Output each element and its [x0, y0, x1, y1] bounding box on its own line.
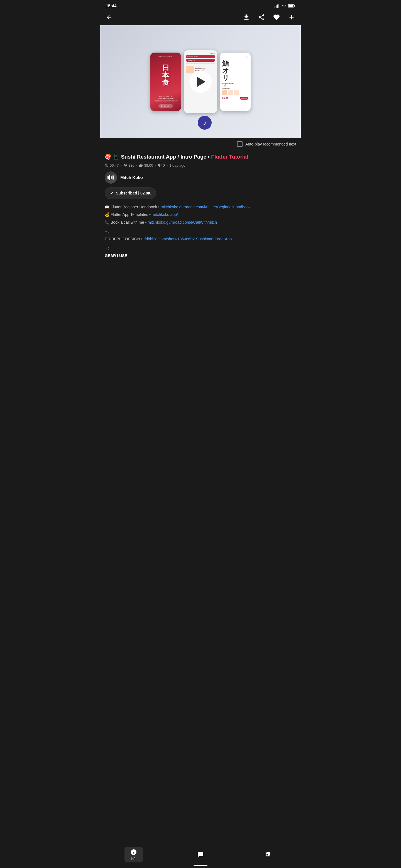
duration-value: 06:47: [110, 163, 119, 167]
phone-right-product: Original Sushi: [222, 83, 249, 85]
svg-rect-7: [109, 175, 110, 180]
svg-rect-9: [113, 175, 114, 180]
chapters-icon: [264, 851, 271, 858]
phone-left-tagline: THE TASTE OF JAPANESE FOOD: [154, 96, 178, 99]
desc-line1: 📖 Flutter Beginner Handbook • mitchkoko.…: [105, 204, 296, 211]
channel-info: Mitch Koko: [105, 172, 296, 184]
info-icon: [130, 848, 137, 856]
back-button[interactable]: [105, 13, 114, 22]
title-main: Sushi Restaurant App / Intro Page •: [121, 154, 211, 160]
desc-line3: 📞 Book a call with me • mitchkoko.gumroa…: [105, 219, 296, 226]
thumbs-up-icon: [139, 163, 143, 167]
bottom-nav-comments[interactable]: [191, 849, 210, 860]
home-indicator: [194, 865, 207, 866]
dribbble-separator: •: [141, 237, 144, 241]
callwith-link[interactable]: mitchkoko.gumroad.com/l/CallWithMitch: [148, 220, 217, 224]
signal-icon: [275, 4, 280, 8]
bottom-nav-chapters[interactable]: [258, 849, 277, 860]
share-button[interactable]: [257, 12, 266, 22]
status-icons: [275, 4, 295, 8]
svg-rect-1: [276, 5, 277, 8]
phone-right: ♡ 鮨オリ Original Sushi ★ 4.8 Ingredients $…: [220, 53, 251, 111]
video-container[interactable]: SUSHIMAN 日本食 THE TASTE OF JAPANESE FOOD …: [100, 25, 301, 138]
video-info: 🍣 📱 Sushi Restaurant App / Intro Page • …: [100, 150, 301, 264]
channel-logo-icon: [107, 174, 115, 181]
separator1: ~ ;: [105, 229, 296, 234]
phone-left-btn: Get Started →: [159, 104, 173, 108]
clock-icon: [105, 163, 109, 167]
nav-bar: [100, 10, 301, 25]
video-duration: 06:47: [105, 163, 119, 167]
status-bar: 15:44: [100, 0, 301, 10]
dribbble-section: DRIBBBLE DESIGN • dribbble.com/shots/185…: [105, 236, 296, 243]
likes-value: 38.00: [144, 163, 153, 167]
svg-rect-5: [288, 5, 293, 7]
gear-header: GEAR I USE: [105, 253, 296, 259]
phone-left-japanese: 日本食: [162, 64, 169, 86]
svg-rect-8: [111, 176, 112, 179]
add-button[interactable]: [287, 12, 296, 22]
phone-left: SUSHIMAN 日本食 THE TASTE OF JAPANESE FOOD …: [150, 53, 181, 111]
thumbs-down-icon: [157, 163, 162, 167]
video-meta: 06:47 • 330 • 38.00 • 0: [105, 163, 296, 167]
phone-right-ingredients: Ingredients: [222, 88, 249, 89]
autoplay-bar: Auto-play recommended next: [100, 138, 301, 150]
like-button[interactable]: [272, 12, 281, 22]
upload-time: 1 day ago: [169, 163, 185, 167]
nav-action-icons: [242, 12, 296, 22]
avatar-inner: [105, 172, 117, 184]
phone-left-brand: SUSHIMAN: [150, 55, 181, 57]
phone-right-price: $42.00: [222, 97, 228, 99]
dislikes-value: 0: [163, 163, 165, 167]
title-emoji2: 📱: [113, 154, 119, 160]
video-dislikes: 0: [157, 163, 165, 167]
phone-center-location: Jakarta: [186, 53, 215, 54]
templates-link[interactable]: mitchkoko.app/: [152, 212, 178, 217]
svg-rect-2: [277, 4, 278, 8]
video-likes: 38.00: [139, 163, 153, 167]
channel-avatar[interactable]: [105, 172, 117, 184]
phone-right-rating: ★ 4.8: [222, 85, 249, 87]
desc-emoji3: 📞: [105, 220, 109, 224]
wifi-icon: [281, 4, 286, 8]
music-note-badge: ♪: [198, 116, 212, 130]
bottom-nav-info[interactable]: Info: [124, 847, 143, 862]
info-nav-label: Info: [131, 857, 137, 861]
comments-icon: [197, 851, 204, 858]
battery-icon: [288, 4, 295, 8]
video-views: 330: [123, 163, 135, 167]
nav-left: [105, 13, 114, 22]
check-icon: ✓: [110, 191, 114, 196]
phone-left-sub: Feel the taste of most popular Japanese …: [154, 100, 178, 103]
play-button[interactable]: [189, 71, 212, 93]
dribbble-label: DRIBBBLE DESIGN: [105, 237, 140, 241]
phone-center-buybtn: Buy Food: [186, 59, 215, 62]
desc-emoji1: 📖: [105, 205, 109, 209]
phone-right-japanese: 鮨オリ: [222, 60, 249, 82]
desc-line2: 💰 Flutter App Templates • mitchkoko.app/: [105, 211, 296, 218]
download-button[interactable]: [242, 12, 251, 22]
video-title: 🍣 📱 Sushi Restaurant App / Intro Page • …: [105, 154, 296, 160]
dribbble-text: DRIBBBLE DESIGN • dribbble.com/shots/185…: [105, 236, 296, 243]
description-section: 📖 Flutter Beginner Handbook • mitchkoko.…: [105, 204, 296, 226]
status-time: 15:44: [106, 3, 116, 8]
svg-rect-6: [108, 176, 109, 179]
phone-right-heart: ♡: [222, 55, 249, 59]
handbook-link[interactable]: mitchkoko.gumroad.com/l/FlutterBeginnerH…: [161, 205, 251, 209]
autoplay-checkbox[interactable]: [237, 141, 242, 147]
autoplay-label: Auto-play recommended next: [245, 142, 296, 146]
video-thumbnail: SUSHIMAN 日本食 THE TASTE OF JAPANESE FOOD …: [100, 25, 301, 138]
phone-center-promo: Get 11% Promo: [186, 55, 215, 58]
svg-rect-0: [275, 6, 276, 8]
phone-right-buybtn: Buy Now: [240, 97, 249, 100]
views-value: 330: [128, 163, 135, 167]
subscribe-label: Subscribed | 62.8K: [116, 191, 151, 195]
subscribe-button[interactable]: ✓ Subscribed | 62.8K: [105, 187, 156, 199]
channel-name: Mitch Koko: [120, 175, 143, 180]
eye-icon: [123, 163, 127, 167]
play-triangle-icon: [197, 77, 205, 87]
title-emoji1: 🍣: [105, 154, 111, 160]
title-flutter: Flutter Tutorial: [211, 154, 248, 160]
desc-emoji2: 💰: [105, 212, 109, 217]
dribbble-link[interactable]: dribbble.com/shots/18548602-Sushiman-Foo…: [144, 237, 232, 241]
